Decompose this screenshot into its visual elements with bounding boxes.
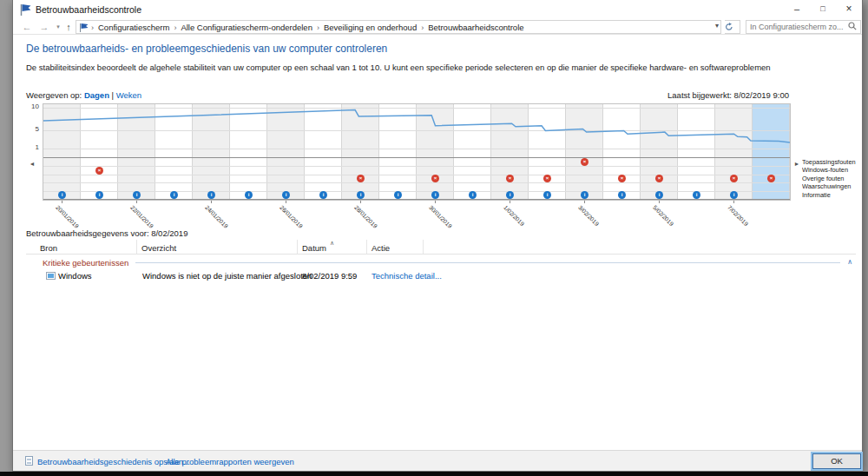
x-axis-line <box>43 199 790 200</box>
x-axis-dates: 20/01/201922/01/201924/01/201926/01/2019… <box>43 201 791 228</box>
save-icon <box>25 456 33 466</box>
breadcrumb-item[interactable]: Betrouwbaarheidscontrole <box>426 23 525 32</box>
title-bar: Betrouwbaarheidscontrole – □ × <box>13 0 862 19</box>
info-icon[interactable]: i <box>469 191 477 199</box>
search-icon <box>848 22 857 31</box>
chevron-down-icon[interactable]: ▾ <box>715 22 719 30</box>
details-title: Betrouwbaarheidsgegevens voor: 8/02/2019 <box>26 228 187 238</box>
x-axis-tick <box>211 201 212 203</box>
info-icon[interactable]: i <box>394 191 402 199</box>
view-toggle-label: Weergeven op: <box>26 90 82 100</box>
collapse-chevron-icon[interactable]: ∧ <box>847 259 852 266</box>
error-icon[interactable]: × <box>357 175 365 182</box>
event-row-label: Toepassingsfouten <box>802 158 863 166</box>
info-icon[interactable]: i <box>618 191 626 199</box>
details-table: BronOverzichtDatum∧Actie × Kritieke gebe… <box>26 240 856 283</box>
date-label: 3/02/2019 <box>577 204 600 227</box>
desktop: { "window": { "title": "Betrouwbaarheids… <box>0 0 868 476</box>
scroll-left-arrow-icon[interactable]: ◄ <box>28 161 36 167</box>
page-description: De stabiliteitsindex beoordeelt de algeh… <box>26 63 773 72</box>
column-header-overzicht[interactable]: Overzicht <box>137 240 298 254</box>
row-gridline <box>43 166 790 167</box>
info-icon[interactable]: i <box>693 191 700 199</box>
breadcrumb-separator: › <box>171 23 179 32</box>
x-axis-tick <box>659 201 660 203</box>
view-reports-link[interactable]: Alle probleemrapporten weergeven <box>166 457 294 466</box>
sort-ascending-icon: ∧ <box>330 238 334 248</box>
x-axis-tick <box>360 201 361 203</box>
info-icon[interactable]: i <box>730 191 738 199</box>
error-icon[interactable]: × <box>431 175 439 182</box>
view-option-weken[interactable]: Weken <box>116 90 141 100</box>
error-icon[interactable]: × <box>730 175 738 182</box>
group-divider <box>135 262 840 263</box>
event-row-labels: ToepassingsfoutenWindows-foutenOverige f… <box>802 158 863 199</box>
x-axis-tick <box>286 201 286 203</box>
flag-icon <box>20 3 31 16</box>
critical-events-label: Kritieke gebeurtenissen <box>43 258 128 268</box>
error-icon[interactable]: × <box>655 175 663 182</box>
date-label: 22/01/2019 <box>129 204 155 229</box>
critical-events-group[interactable]: × Kritieke gebeurtenissen ∧ <box>26 256 856 268</box>
info-icon[interactable]: i <box>245 191 253 199</box>
breadcrumb-item[interactable]: Configuratiescherm <box>96 23 171 32</box>
event-row-label: Informatie <box>802 191 863 199</box>
ok-button[interactable]: OK <box>812 453 861 469</box>
footer-bar: Betrouwbaarheidsgeschiedenis opslaan... … <box>13 450 862 471</box>
action-link[interactable]: Technische detail... <box>372 271 442 281</box>
info-icon[interactable]: i <box>506 191 514 199</box>
x-axis-tick <box>435 201 436 203</box>
column-header-bron[interactable]: Bron <box>26 240 137 254</box>
info-icon[interactable]: i <box>431 191 439 199</box>
address-bar[interactable]: ›Configuratiescherm›Alle Configuratiesch… <box>76 20 721 34</box>
row-gridline <box>43 182 790 183</box>
close-button[interactable]: × <box>836 0 862 19</box>
view-option-dagen[interactable]: Dagen <box>84 90 109 100</box>
error-icon[interactable]: × <box>95 167 103 175</box>
source-cell: Windows <box>58 271 92 281</box>
minimize-button[interactable]: – <box>784 0 810 19</box>
info-icon[interactable]: i <box>170 191 178 199</box>
up-icon[interactable]: ↑ <box>62 20 76 34</box>
error-icon[interactable]: × <box>767 175 775 182</box>
info-icon[interactable]: i <box>282 191 290 199</box>
info-icon[interactable]: i <box>95 191 103 199</box>
refresh-button[interactable] <box>725 20 740 34</box>
info-icon[interactable]: i <box>207 191 215 199</box>
column-header-actie[interactable]: Actie <box>367 240 424 254</box>
info-icon[interactable]: i <box>581 191 589 199</box>
error-icon[interactable]: × <box>618 175 626 182</box>
maximize-button[interactable]: □ <box>810 0 836 19</box>
windows-icon <box>46 272 56 280</box>
x-axis-tick <box>584 201 585 203</box>
info-icon[interactable]: i <box>655 191 663 199</box>
last-updated: Laatst bijgewerkt: 8/02/2019 9:00 <box>667 90 789 100</box>
table-row[interactable]: Windows Windows is niet op de juiste man… <box>26 270 856 283</box>
breadcrumb-separator: › <box>418 23 426 32</box>
info-icon[interactable]: i <box>543 191 551 199</box>
error-icon[interactable]: × <box>543 175 551 182</box>
breadcrumb-separator: › <box>314 23 322 32</box>
scroll-right-arrow-icon[interactable]: ► <box>792 161 801 167</box>
taskbar-edge <box>0 472 868 476</box>
info-icon[interactable]: i <box>319 191 327 199</box>
event-row-label: Overige fouten <box>802 175 863 182</box>
page-title: De betrouwbaarheids- en probleemgeschied… <box>26 43 387 55</box>
error-icon[interactable]: × <box>506 175 514 182</box>
info-icon[interactable]: i <box>133 191 141 199</box>
breadcrumb-item[interactable]: Alle Configuratiescherm-onderdelen <box>179 23 314 32</box>
date-label: 1/02/2019 <box>503 204 525 227</box>
breadcrumb-item[interactable]: Beveiliging en onderhoud <box>322 23 418 32</box>
x-axis-tick <box>136 201 137 203</box>
date-label: 30/01/2019 <box>428 204 453 229</box>
forward-icon[interactable]: → <box>37 20 51 34</box>
info-icon[interactable]: i <box>357 191 365 199</box>
search-input[interactable] <box>746 20 861 34</box>
window-controls: – □ × <box>784 0 862 19</box>
info-icon[interactable]: i <box>58 191 66 199</box>
error-icon: × <box>29 258 38 268</box>
back-icon[interactable]: ← <box>20 20 34 34</box>
event-row-label: Windows-fouten <box>802 166 863 174</box>
refresh-icon <box>725 23 733 31</box>
column-header-datum[interactable]: Datum∧ <box>298 240 367 254</box>
